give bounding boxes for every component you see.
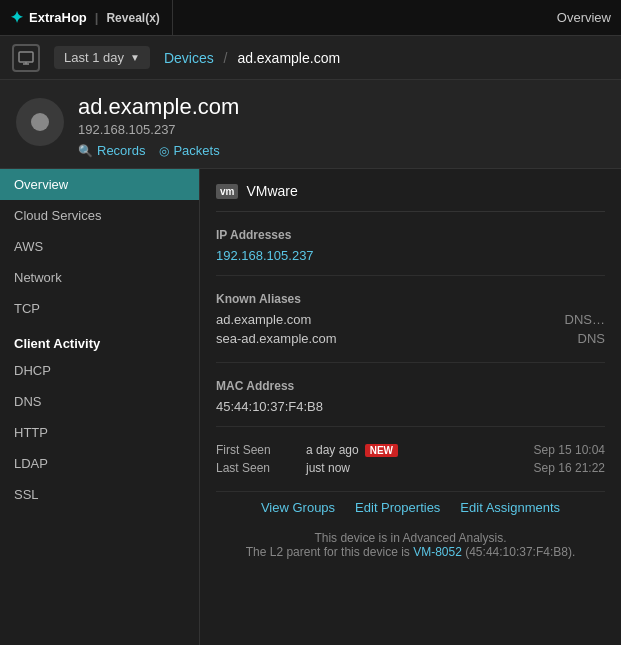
breadcrumb-parent[interactable]: Devices xyxy=(164,50,214,66)
search-icon: 🔍 xyxy=(78,144,93,158)
detail-panel: vm VMware IP Addresses 192.168.105.237 K… xyxy=(200,169,621,645)
alias-name-2: sea-ad.example.com xyxy=(216,331,337,346)
footer-line2: The L2 parent for this device is VM-8052… xyxy=(216,545,605,559)
mac-address-label: MAC Address xyxy=(216,379,605,393)
last-seen-value: just now xyxy=(306,461,524,475)
alias-row-1: ad.example.com DNS… xyxy=(216,312,605,327)
sidebar-item-tcp[interactable]: TCP xyxy=(0,293,199,324)
device-avatar xyxy=(16,98,64,146)
vm-badge: vm xyxy=(216,184,238,199)
time-picker-label: Last 1 day xyxy=(64,50,124,65)
second-bar: Last 1 day ▼ Devices / ad.example.com xyxy=(0,36,621,80)
vmware-header: vm VMware xyxy=(216,183,605,212)
monitor-icon xyxy=(18,50,34,66)
ip-addresses-label: IP Addresses xyxy=(216,228,605,242)
vmware-label: VMware xyxy=(246,183,297,199)
edit-assignments-link[interactable]: Edit Assignments xyxy=(460,500,560,515)
logo-label: ExtraHop xyxy=(29,10,87,25)
top-bar: ✦ ExtraHop | Reveal(x) Overview xyxy=(0,0,621,36)
new-badge: NEW xyxy=(365,444,398,457)
view-groups-link[interactable]: View Groups xyxy=(261,500,335,515)
sidebar-item-network[interactable]: Network xyxy=(0,262,199,293)
device-info: ad.example.com 192.168.105.237 🔍 Records… xyxy=(78,94,239,158)
sidebar-item-dhcp[interactable]: DHCP xyxy=(0,355,199,386)
packets-icon: ◎ xyxy=(159,144,169,158)
chevron-down-icon: ▼ xyxy=(130,52,140,63)
breadcrumb-separator: / xyxy=(224,50,228,66)
records-link[interactable]: 🔍 Records xyxy=(78,143,145,158)
mac-address-value: 45:44:10:37:F4:B8 xyxy=(216,399,605,414)
device-links: 🔍 Records ◎ Packets xyxy=(78,143,239,158)
first-seen-value: a day ago NEW xyxy=(306,443,524,457)
svg-rect-0 xyxy=(19,52,33,62)
sidebar: Overview Cloud Services AWS Network TCP … xyxy=(0,169,200,645)
avatar-inner xyxy=(31,113,49,131)
seen-grid: First Seen a day ago NEW Sep 15 10:04 La… xyxy=(216,443,605,475)
known-aliases-section: Known Aliases ad.example.com DNS… sea-ad… xyxy=(216,292,605,363)
known-aliases-label: Known Aliases xyxy=(216,292,605,306)
product-label: Reveal(x) xyxy=(106,11,159,25)
breadcrumb-current: ad.example.com xyxy=(237,50,340,66)
ip-addresses-value[interactable]: 192.168.105.237 xyxy=(216,248,605,263)
client-activity-label: Client Activity xyxy=(0,324,199,355)
sidebar-item-ldap[interactable]: LDAP xyxy=(0,448,199,479)
last-seen-label: Last Seen xyxy=(216,461,296,475)
packets-link[interactable]: ◎ Packets xyxy=(159,143,219,158)
alias-name-1: ad.example.com xyxy=(216,312,311,327)
sidebar-item-overview[interactable]: Overview xyxy=(0,169,199,200)
last-seen-date: Sep 16 21:22 xyxy=(534,461,605,475)
sidebar-item-http[interactable]: HTTP xyxy=(0,417,199,448)
sidebar-item-cloud-services[interactable]: Cloud Services xyxy=(0,200,199,231)
edit-properties-link[interactable]: Edit Properties xyxy=(355,500,440,515)
device-ip: 192.168.105.237 xyxy=(78,122,239,137)
alias-type-1: DNS… xyxy=(565,312,605,327)
ip-addresses-section: IP Addresses 192.168.105.237 xyxy=(216,228,605,276)
extrahop-logo-icon: ✦ xyxy=(10,8,23,27)
device-header: ad.example.com 192.168.105.237 🔍 Records… xyxy=(0,80,621,169)
alias-row-2: sea-ad.example.com DNS xyxy=(216,331,605,346)
sidebar-item-dns[interactable]: DNS xyxy=(0,386,199,417)
footer-note: This device is in Advanced Analysis. The… xyxy=(216,525,605,559)
breadcrumb: Devices / ad.example.com xyxy=(164,50,340,66)
sidebar-item-ssl[interactable]: SSL xyxy=(0,479,199,510)
time-picker[interactable]: Last 1 day ▼ xyxy=(54,46,150,69)
sidebar-item-aws[interactable]: AWS xyxy=(0,231,199,262)
overview-button[interactable]: Overview xyxy=(557,10,611,25)
first-seen-date: Sep 15 10:04 xyxy=(534,443,605,457)
mac-address-section: MAC Address 45:44:10:37:F4:B8 xyxy=(216,379,605,427)
first-seen-label: First Seen xyxy=(216,443,296,457)
device-hostname: ad.example.com xyxy=(78,94,239,120)
vm-link[interactable]: VM-8052 xyxy=(413,545,462,559)
alias-type-2: DNS xyxy=(578,331,605,346)
footer-line1: This device is in Advanced Analysis. xyxy=(216,531,605,545)
device-icon-box xyxy=(12,44,40,72)
logo-area: ✦ ExtraHop | Reveal(x) xyxy=(10,0,173,35)
action-row: View Groups Edit Properties Edit Assignm… xyxy=(216,491,605,525)
main-content: Overview Cloud Services AWS Network TCP … xyxy=(0,169,621,645)
